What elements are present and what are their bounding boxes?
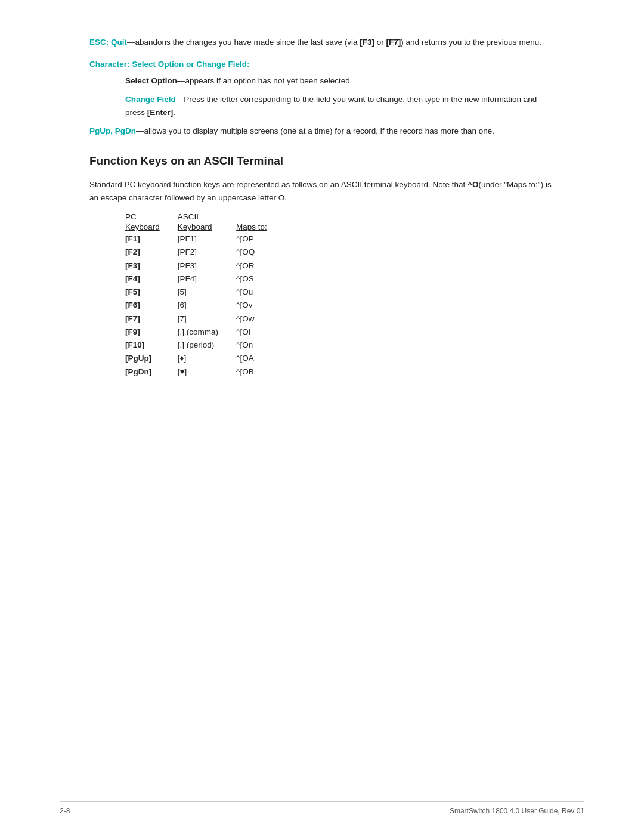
table-row: [F9][,] (comma)^[Ol — [125, 326, 285, 339]
table-cell-ascii: [PF1] — [178, 233, 236, 246]
table-cell-maps: ^[OB — [236, 366, 285, 379]
character-heading-text: Character: — [89, 60, 132, 69]
table-cell-pc: [PgUp] — [125, 352, 178, 365]
esc-quit-label: ESC: Quit — [89, 38, 127, 47]
table-cell-maps: ^[Ou — [236, 286, 285, 299]
table-cell-ascii: [PF4] — [178, 272, 236, 286]
table-cell-pc: [F1] — [125, 233, 178, 246]
col-header-maps-empty — [236, 212, 285, 222]
select-option-label: Select Option — [125, 76, 177, 85]
table-cell-maps: ^[OQ — [236, 246, 285, 259]
table-cell-pc: [F5] — [125, 286, 178, 299]
pgup-pgdn-text: —allows you to display multiple screens … — [136, 126, 494, 135]
character-heading-colon: : — [247, 60, 250, 69]
ascii-section: Standard PC keyboard function keys are r… — [89, 178, 555, 379]
col-subheader-keyboard-ascii: Keyboard — [178, 222, 236, 233]
table-cell-maps: ^[On — [236, 339, 285, 352]
page-container: ESC: Quit—abandons the changes you have … — [0, 0, 644, 805]
table-cell-pc: [F10] — [125, 339, 178, 352]
pgup-pgdn-paragraph: PgUp, PgDn—allows you to display multipl… — [89, 125, 555, 138]
f3-label: [F3] — [360, 38, 374, 47]
table-row: [F2][PF2]^[OQ — [125, 246, 285, 259]
table-cell-maps: ^[OR — [236, 259, 285, 272]
table-cell-pc: [F4] — [125, 272, 178, 286]
pgup-pgdn-label: PgUp, PgDn — [89, 126, 136, 135]
col-header-ascii: ASCII — [178, 212, 236, 222]
table-cell-ascii: [6] — [178, 299, 236, 312]
change-field-heading: Change Field — [196, 60, 247, 69]
select-option-text: —appears if an option has not yet been s… — [177, 76, 352, 85]
table-cell-maps: ^[OA — [236, 352, 285, 365]
esc-quit-text2: ) and returns you to the previous menu. — [401, 38, 541, 47]
table-row: [F7][7]^[Ow — [125, 312, 285, 326]
table-cell-ascii: [PF3] — [178, 259, 236, 272]
table-row: [F10][.] (period)^[On — [125, 339, 285, 352]
pgup-pgdn-block: PgUp, PgDn—allows you to display multipl… — [89, 125, 555, 138]
table-cell-ascii: [♦] — [178, 352, 236, 365]
character-or-text: or — [184, 60, 196, 69]
table-cell-maps: ^[Ol — [236, 326, 285, 339]
change-field-block: Change Field—Press the letter correspond… — [125, 93, 555, 119]
table-cell-pc: [PgDn] — [125, 366, 178, 379]
col-subheader-maps-to: Maps to: — [236, 222, 285, 233]
table-cell-ascii: [♥] — [178, 366, 236, 379]
select-option-heading: Select Option — [132, 60, 184, 69]
change-field-text: —Press the letter corresponding to the f… — [125, 95, 537, 117]
table-row: [F5][5]^[Ou — [125, 286, 285, 299]
table-cell-maps: ^[Ow — [236, 312, 285, 326]
table-cell-pc: [F7] — [125, 312, 178, 326]
table-cell-pc: [F3] — [125, 259, 178, 272]
table-cell-maps: ^[Ov — [236, 299, 285, 312]
table-row: [PgUp][♦]^[OA — [125, 352, 285, 365]
change-field-text2: . — [173, 108, 175, 117]
table-cell-pc: [F6] — [125, 299, 178, 312]
f7-label: [F7] — [386, 38, 401, 47]
esc-quit-block: ESC: Quit—abandons the changes you have … — [89, 36, 555, 49]
table-cell-ascii: [7] — [178, 312, 236, 326]
table-cell-ascii: [.] (period) — [178, 339, 236, 352]
esc-quit-paragraph: ESC: Quit—abandons the changes you have … — [89, 36, 555, 49]
table-cell-maps: ^[OP — [236, 233, 285, 246]
footer-page-number: 2-8 — [60, 807, 70, 815]
select-option-block: Select Option—appears if an option has n… — [125, 75, 555, 88]
page-footer: 2-8 SmartSwitch 1800 4.0 User Guide, Rev… — [60, 801, 584, 815]
table-row: [F1][PF1]^[OP — [125, 233, 285, 246]
table-row: [F4][PF4]^[OS — [125, 272, 285, 286]
content-area: ESC: Quit—abandons the changes you have … — [89, 36, 555, 379]
table-row: [F3][PF3]^[OR — [125, 259, 285, 272]
caret-o-bold: ^O — [467, 180, 478, 189]
table-cell-pc: [F2] — [125, 246, 178, 259]
table-cell-ascii: [5] — [178, 286, 236, 299]
footer-document-title: SmartSwitch 1800 4.0 User Guide, Rev 01 — [450, 807, 584, 815]
keyboard-table: PC ASCII Keyboard Keyboard Maps to: [F1]… — [125, 212, 285, 379]
table-row: [F6][6]^[Ov — [125, 299, 285, 312]
ascii-intro-text: Standard PC keyboard function keys are r… — [89, 178, 555, 204]
change-field-label: Change Field — [125, 95, 176, 104]
enter-label: [Enter] — [147, 108, 174, 117]
character-heading: Character: Select Option or Change Field… — [89, 60, 555, 69]
select-option-paragraph: Select Option—appears if an option has n… — [125, 75, 555, 88]
table-cell-ascii: [,] (comma) — [178, 326, 236, 339]
table-row: [PgDn][♥]^[OB — [125, 366, 285, 379]
table-cell-ascii: [PF2] — [178, 246, 236, 259]
table-cell-pc: [F9] — [125, 326, 178, 339]
change-field-paragraph: Change Field—Press the letter correspond… — [125, 93, 555, 119]
esc-quit-text1: —abandons the changes you have made sinc… — [127, 38, 360, 47]
col-header-pc: PC — [125, 212, 178, 222]
col-subheader-keyboard-pc: Keyboard — [125, 222, 178, 233]
table-cell-maps: ^[OS — [236, 272, 285, 286]
section-title: Function Keys on an ASCII Terminal — [89, 154, 555, 168]
esc-or-text: or — [374, 38, 386, 47]
